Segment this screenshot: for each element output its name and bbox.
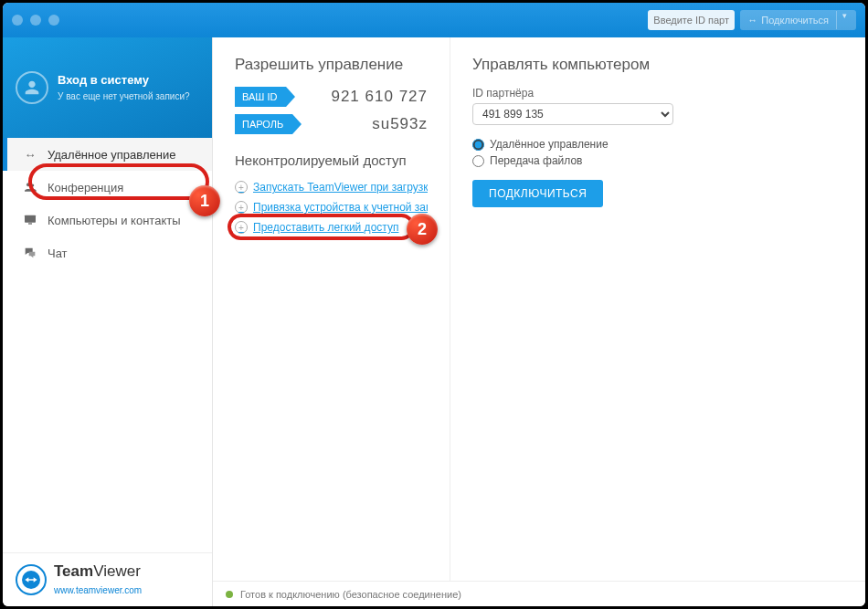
nav-label: Чат: [48, 247, 68, 260]
titlebar-connect-label: Подключиться: [761, 15, 829, 26]
avatar-icon: [16, 71, 48, 104]
unattended-title: Неконтролируемый доступ: [235, 152, 428, 168]
titlebar-connect-button[interactable]: ↔ Подключиться ▾: [740, 10, 856, 30]
radio-label: Удалённое управление: [490, 138, 609, 151]
brand-text: TeamViewer: [54, 562, 141, 580]
control-title: Управлять компьютером: [472, 56, 843, 74]
your-id-value: 921 610 727: [331, 88, 428, 106]
nav-meeting[interactable]: Конференция: [3, 171, 212, 204]
unattended-link-easy-access[interactable]: + Предоставить легкий доступ: [235, 217, 428, 237]
your-id-tag: ВАШ ID: [235, 87, 286, 107]
nav-label: Удалённое управление: [48, 148, 175, 162]
nav-label: Конференция: [48, 181, 123, 194]
svg-point-1: [31, 184, 34, 186]
allow-control-panel: Разрешить управление ВАШ ID 921 610 727 …: [213, 37, 450, 606]
main-area: Разрешить управление ВАШ ID 921 610 727 …: [213, 37, 865, 606]
sidebar-login[interactable]: Вход в систему У вас еще нет учетной зап…: [3, 37, 212, 138]
sidebar: Вход в систему У вас еще нет учетной зап…: [3, 37, 213, 606]
plus-icon: +: [235, 181, 248, 194]
plus-icon: +: [235, 201, 248, 214]
status-bar: Готов к подключению (безопасное соединен…: [213, 581, 865, 606]
brand-link[interactable]: www.teamviewer.com: [54, 585, 142, 595]
swap-icon: ↔: [747, 15, 757, 26]
sidebar-nav: ↔ Удалённое управление Конференция Компь…: [3, 138, 212, 552]
swap-icon: ↔: [22, 148, 38, 162]
partner-id-select[interactable]: 491 899 135: [472, 103, 673, 125]
svg-point-0: [26, 183, 30, 186]
login-title: Вход в систему: [58, 73, 190, 87]
connect-button[interactable]: ПОДКЛЮЧИТЬСЯ: [472, 180, 603, 207]
partner-id-label: ID партнёра: [472, 87, 843, 100]
annotation-badge-2: 2: [407, 214, 438, 245]
annotation-badge-1: 1: [189, 185, 220, 216]
monitor-icon: [22, 213, 38, 227]
chat-icon: [22, 246, 38, 260]
plus-icon: +: [235, 221, 248, 234]
sidebar-footer: TeamViewer www.teamviewer.com: [3, 552, 212, 606]
nav-remote-control[interactable]: ↔ Удалённое управление: [3, 138, 212, 171]
svg-rect-2: [25, 215, 36, 223]
unattended-link-startup[interactable]: + Запускать TeamViewer при загрузке с...: [235, 177, 428, 197]
link-text: Предоставить легкий доступ: [253, 221, 398, 234]
login-subtitle: У вас еще нет учетной записи?: [58, 91, 190, 101]
status-dot-icon: [226, 591, 233, 598]
nav-computers[interactable]: Компьютеры и контакты: [3, 204, 212, 236]
radio-file-transfer[interactable]: Передача файлов: [472, 152, 843, 169]
password-tag: ПАРОЛЬ: [235, 114, 292, 134]
allow-title: Разрешить управление: [235, 56, 428, 74]
unattended-link-assign[interactable]: + Привязка устройства к учетной записи: [235, 197, 428, 217]
chevron-down-icon[interactable]: ▾: [836, 11, 849, 29]
radio-remote-control[interactable]: Удалённое управление: [472, 136, 843, 152]
status-text: Готов к подключению (безопасное соединен…: [240, 589, 461, 600]
nav-label: Компьютеры и контакты: [48, 214, 181, 227]
link-text: Привязка устройства к учетной записи: [253, 201, 428, 214]
svg-rect-3: [28, 223, 32, 224]
nav-chat[interactable]: Чат: [3, 236, 212, 269]
radio-label: Передача файлов: [490, 154, 583, 167]
minimize-dot[interactable]: [30, 15, 41, 26]
control-computer-panel: Управлять компьютером ID партнёра 491 89…: [450, 37, 865, 606]
group-icon: [22, 180, 38, 194]
link-text: Запускать TeamViewer при загрузке с...: [253, 181, 428, 194]
titlebar-partner-input[interactable]: [648, 10, 735, 30]
close-dot[interactable]: [12, 15, 23, 26]
maximize-dot[interactable]: [48, 15, 59, 26]
radio-file-input[interactable]: [472, 155, 484, 167]
teamviewer-logo-icon: [16, 564, 47, 595]
traffic-lights: [12, 15, 59, 26]
titlebar: ↔ Подключиться ▾: [3, 3, 865, 37]
radio-remote-input[interactable]: [472, 139, 484, 151]
app-window: ↔ Подключиться ▾ Вход в систему У вас ещ…: [3, 3, 865, 606]
password-value: su593z: [372, 115, 428, 133]
